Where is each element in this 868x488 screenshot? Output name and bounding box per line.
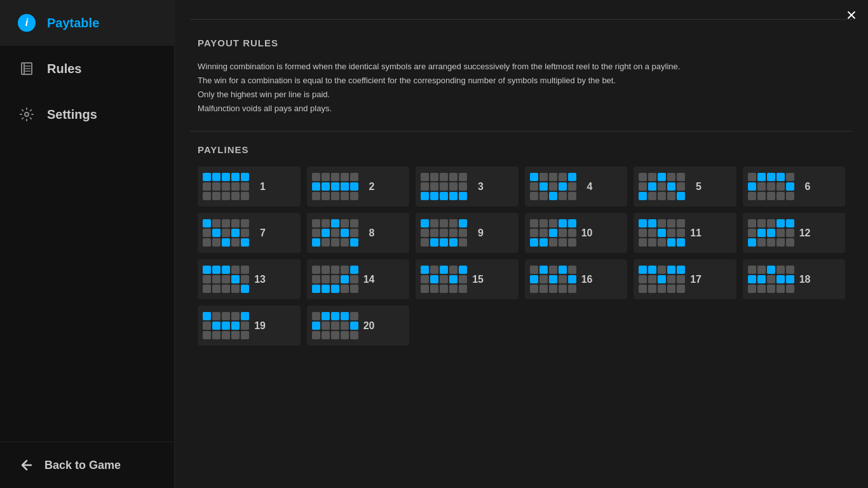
payline-cell	[449, 275, 458, 283]
payline-cell	[322, 285, 330, 293]
payline-cell	[559, 173, 567, 181]
payline-cell	[639, 266, 647, 274]
payline-cell	[539, 238, 548, 247]
payline-cell	[639, 275, 647, 283]
payline-cell	[767, 182, 775, 191]
payline-cell	[568, 182, 576, 191]
payline-number-15: 15	[472, 274, 484, 285]
payline-cell	[212, 322, 220, 330]
payline-cell	[748, 219, 756, 227]
payline-cell	[748, 182, 756, 191]
back-to-game-label: Back to Game	[44, 459, 121, 472]
payline-cell	[568, 173, 576, 181]
payline-cell	[430, 219, 438, 227]
payline-number-10: 10	[581, 227, 593, 239]
payline-cell	[757, 285, 766, 293]
sidebar-label-rules: Rules	[47, 62, 81, 76]
payline-cell	[350, 275, 358, 283]
payline-number-16: 16	[581, 274, 593, 285]
payline-cell	[212, 331, 220, 339]
payline-cell	[677, 192, 685, 200]
sidebar-item-paytable[interactable]: i Paytable	[0, 0, 174, 46]
payline-cell	[322, 238, 330, 247]
payline-cell	[559, 192, 567, 200]
payline-number-1: 1	[254, 181, 266, 193]
payline-cell	[331, 182, 339, 191]
payline-cell	[568, 285, 576, 293]
payline-cell	[559, 238, 567, 247]
payline-cell	[341, 266, 349, 274]
payline-cell	[530, 285, 538, 293]
payline-cell	[568, 266, 576, 274]
sidebar-item-settings[interactable]: Settings	[0, 92, 174, 137]
payline-cell	[786, 285, 794, 293]
payline-cell	[648, 173, 656, 181]
payline-card-12: 12	[743, 213, 846, 253]
payline-cell	[767, 229, 775, 237]
payline-cell	[241, 266, 249, 274]
payline-cell	[331, 192, 339, 200]
payline-cell	[568, 229, 576, 237]
sidebar-label-settings: Settings	[47, 107, 97, 122]
payline-cell	[549, 192, 557, 200]
payline-cell	[648, 238, 656, 247]
payline-cell	[322, 266, 330, 274]
payline-cell	[667, 275, 675, 283]
payline-cell	[421, 275, 429, 283]
payline-cell	[430, 182, 438, 191]
payline-cell	[421, 285, 429, 293]
paylines-section: PAYLINES 1234567891011121314151617181920	[175, 132, 868, 365]
payline-cell	[430, 238, 438, 247]
payline-cell	[322, 331, 330, 339]
payline-cell	[530, 173, 538, 181]
sidebar: i Paytable Rules Settings	[0, 0, 175, 488]
payline-cell	[449, 238, 458, 247]
payline-cell	[341, 219, 349, 227]
payline-cell	[459, 285, 467, 293]
payline-cell	[203, 322, 211, 330]
payline-cell	[658, 285, 666, 293]
payline-cell	[530, 275, 538, 283]
payline-cell	[231, 173, 240, 181]
payline-cell	[776, 219, 785, 227]
payline-cell	[667, 192, 675, 200]
payline-number-17: 17	[690, 274, 702, 285]
payline-cell	[449, 266, 458, 274]
payline-card-13: 13	[198, 259, 301, 299]
payline-cell	[421, 229, 429, 237]
payline-visual-3	[421, 173, 467, 200]
payline-cell	[748, 173, 756, 181]
main-content: × PAYOUT RULES Winning combination is fo…	[175, 0, 868, 488]
payline-card-14: 14	[307, 259, 410, 299]
payline-cell	[667, 229, 675, 237]
payline-cell	[440, 182, 448, 191]
payline-cell	[559, 266, 567, 274]
payline-cell	[231, 192, 240, 200]
payline-cell	[648, 192, 656, 200]
payline-cell	[212, 173, 220, 181]
payline-cell	[459, 266, 467, 274]
payline-cell	[549, 219, 557, 227]
payline-cell	[331, 266, 339, 274]
payline-cell	[757, 275, 766, 283]
payline-cell	[350, 322, 358, 330]
payline-cell	[331, 238, 339, 247]
payline-cell	[241, 238, 249, 247]
payline-visual-6	[748, 173, 794, 200]
payline-cell	[539, 173, 548, 181]
payline-cell	[212, 219, 220, 227]
payline-cell	[539, 182, 548, 191]
payline-cell	[459, 275, 467, 283]
payline-cell	[430, 275, 438, 283]
back-to-game-button[interactable]: Back to Game	[0, 442, 174, 488]
payline-card-17: 17	[634, 259, 736, 299]
payline-cell	[539, 219, 548, 227]
payline-cell	[639, 192, 647, 200]
payline-cell	[312, 182, 320, 191]
payline-cell	[757, 219, 766, 227]
payline-visual-7	[203, 219, 249, 247]
payline-card-16: 16	[525, 259, 628, 299]
sidebar-item-rules[interactable]: Rules	[0, 46, 174, 92]
close-button[interactable]: ×	[846, 6, 857, 24]
payline-cell	[767, 266, 775, 274]
